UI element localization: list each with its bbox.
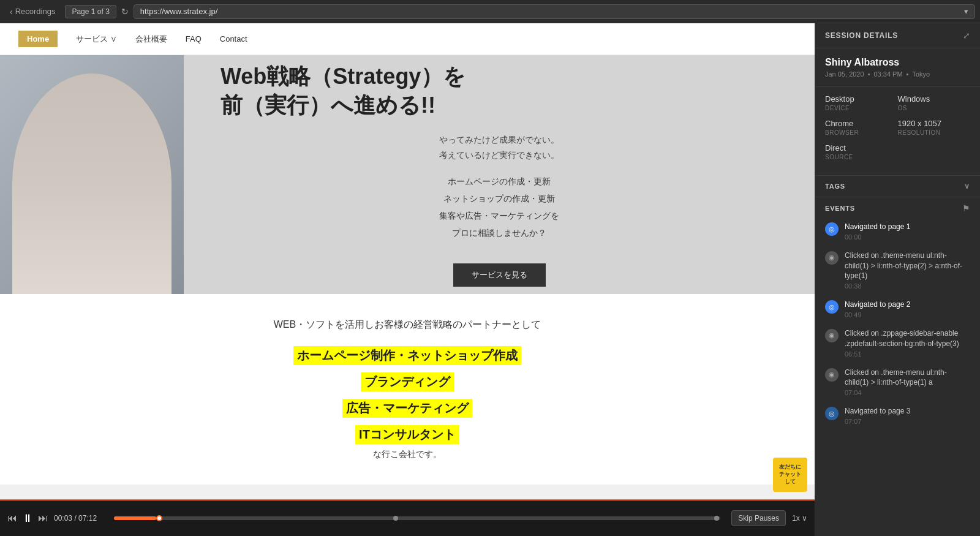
detail-resolution-label: RESOLUTION xyxy=(898,129,971,136)
detail-browser-value: Chrome xyxy=(825,119,898,128)
website-frame: Home サービス ∨ 会社概要 FAQ Contact Web戦略（Strat… xyxy=(0,23,815,499)
event-time-click1: 00:38 xyxy=(845,282,970,290)
url-dropdown-icon[interactable]: ▾ xyxy=(964,7,968,16)
url-bar[interactable]: https://www.stratex.jp/ ▾ xyxy=(134,4,975,19)
event-time-click2: 06:51 xyxy=(845,350,970,358)
playback-controls: ⏮ ⏸ ⏭ xyxy=(7,512,48,525)
event-title-click3: Clicked on .theme-menu ul:nth-child(1) >… xyxy=(845,368,970,388)
event-content-click2: Clicked on .zppage-sidebar-enable .zpdef… xyxy=(845,328,970,358)
tags-header[interactable]: TAGS ∨ xyxy=(825,182,970,191)
session-info: Shiny Albatross Jan 05, 2020 • 03:34 PM … xyxy=(815,48,980,87)
nav-home[interactable]: Home xyxy=(18,31,58,47)
time-display: 00:03 / 07:12 xyxy=(54,514,103,523)
event-item-click1[interactable]: ◉ Clicked on .theme-menu ul:nth-child(1)… xyxy=(825,251,970,290)
timeline-dot-2 xyxy=(714,516,719,521)
event-time-click3: 07:04 xyxy=(845,389,970,396)
event-item-nav3[interactable]: ◎ Navigated to page 3 07:07 xyxy=(825,406,970,425)
timeline-dot-1 xyxy=(393,516,398,521)
tags-label: TAGS xyxy=(825,183,845,190)
event-content-click3: Clicked on .theme-menu ul:nth-child(1) >… xyxy=(845,368,970,397)
nav-about[interactable]: 会社概要 xyxy=(135,34,167,45)
refresh-icon[interactable]: ↻ xyxy=(121,7,129,17)
event-time-nav1: 00:00 xyxy=(845,233,970,241)
right-sidebar: SESSION DETAILS ⤢ Shiny Albatross Jan 05… xyxy=(815,23,980,536)
lower-subtitle: WEB・ソフトを活用しお客様の経営戦略のパートナーとして xyxy=(12,319,802,331)
speed-button[interactable]: 1x ∨ xyxy=(792,514,807,523)
recording-viewport: Home サービス ∨ 会社概要 FAQ Contact Web戦略（Strat… xyxy=(0,23,815,499)
recording-area: Home サービス ∨ 会社概要 FAQ Contact Web戦略（Strat… xyxy=(0,23,815,536)
meta-dot2: • xyxy=(907,70,909,78)
hero-list-item3: 集客や広告・マーケティングを xyxy=(221,207,778,224)
hero-title: Web戦略（Strategy）を 前（実行）へ進める!! xyxy=(221,62,778,120)
detail-os: Windows OS xyxy=(898,94,971,111)
event-icon-nav2: ◎ xyxy=(825,300,839,314)
next-button[interactable]: ⏭ xyxy=(38,513,48,524)
events-filter-icon[interactable]: ⚑ xyxy=(962,203,970,213)
event-icon-click1: ◉ xyxy=(825,251,839,265)
session-location: Tokyo xyxy=(912,70,930,78)
detail-os-value: Windows xyxy=(898,94,971,104)
lower-item1: ホームページ制作・ネットショップ作成 xyxy=(293,346,521,365)
detail-resolution: 1920 x 1057 RESOLUTION xyxy=(898,119,971,136)
detail-resolution-value: 1920 x 1057 xyxy=(898,119,971,128)
event-icon-nav3: ◎ xyxy=(825,407,839,420)
back-label: Recordings xyxy=(15,7,56,16)
hero-text-block: Web戦略（Strategy）を 前（実行）へ進める!! やってみたけど成果がで… xyxy=(184,55,815,294)
event-icon-nav1: ◎ xyxy=(825,222,839,236)
hero-cta-button[interactable]: サービスを見る xyxy=(453,263,546,287)
event-title-nav3: Navigated to page 3 xyxy=(845,406,970,417)
top-bar: ‹ Recordings Page 1 of 3 ↻ https://www.s… xyxy=(0,0,980,23)
nav-services[interactable]: サービス ∨ xyxy=(76,34,117,45)
detail-device-label: DEVICE xyxy=(825,105,898,111)
hero-title-line2: 前（実行）へ進める!! xyxy=(221,92,435,118)
events-section: EVENTS ⚑ ◎ Navigated to page 1 00:00 ◉ C… xyxy=(815,197,980,536)
lower-item2: ブランディング xyxy=(361,372,454,391)
lower-item4: ITコンサルタント xyxy=(355,425,459,444)
detail-device-value: Desktop xyxy=(825,94,898,104)
event-item-nav1[interactable]: ◎ Navigated to page 1 00:00 xyxy=(825,222,970,241)
chevron-left-icon: ‹ xyxy=(10,7,13,17)
event-icon-click3: ◉ xyxy=(825,368,839,382)
hero-list-item2: ネットショップの作成・更新 xyxy=(221,190,778,207)
nav-faq[interactable]: FAQ xyxy=(186,34,202,43)
page-indicator: Page 1 of 3 xyxy=(65,5,116,18)
detail-os-label: OS xyxy=(898,105,971,111)
event-item-nav2[interactable]: ◎ Navigated to page 2 00:49 xyxy=(825,300,970,319)
play-pause-button[interactable]: ⏸ xyxy=(22,512,33,525)
hero-image xyxy=(0,55,184,294)
event-time-nav2: 00:49 xyxy=(845,311,970,319)
event-title-click2: Clicked on .zppage-sidebar-enable .zpdef… xyxy=(845,328,970,349)
detail-source-label: SOURCE xyxy=(825,154,898,160)
session-meta: Jan 05, 2020 • 03:34 PM • Tokyo xyxy=(825,70,970,78)
session-name: Shiny Albatross xyxy=(825,57,970,68)
current-time: 00:03 xyxy=(54,514,72,523)
event-title-nav1: Navigated to page 1 xyxy=(845,222,970,232)
main-area: Home サービス ∨ 会社概要 FAQ Contact Web戦略（Strat… xyxy=(0,23,980,536)
detail-browser: Chrome BROWSER xyxy=(825,119,898,136)
event-content-nav1: Navigated to page 1 00:00 xyxy=(845,222,970,241)
event-content-nav3: Navigated to page 3 07:07 xyxy=(845,406,970,425)
nav-contact[interactable]: Contact xyxy=(220,34,247,43)
event-item-click2[interactable]: ◉ Clicked on .zppage-sidebar-enable .zpd… xyxy=(825,328,970,358)
skip-pauses-button[interactable]: Skip Pauses xyxy=(731,510,786,526)
tags-chevron-icon: ∨ xyxy=(964,182,970,191)
hero-subtitle: やってみたけど成果がでない。 考えているけど実行できない。 xyxy=(221,132,778,163)
events-list: ◎ Navigated to page 1 00:00 ◉ Clicked on… xyxy=(825,222,970,425)
hero-person-silhouette xyxy=(12,74,172,294)
events-header: EVENTS ⚑ xyxy=(825,203,970,213)
total-time: 07:12 xyxy=(78,514,97,523)
timeline-playhead[interactable] xyxy=(156,515,162,521)
event-item-click3[interactable]: ◉ Clicked on .theme-menu ul:nth-child(1)… xyxy=(825,368,970,397)
prev-button[interactable]: ⏮ xyxy=(7,513,17,524)
chat-widget[interactable]: 友だちに チャット して xyxy=(773,458,807,492)
meta-dot1: • xyxy=(868,70,870,78)
session-close-icon[interactable]: ⤢ xyxy=(963,31,970,40)
session-details-grid: Desktop DEVICE Windows OS Chrome BROWSER… xyxy=(815,87,980,176)
chat-widget-label: 友だちに チャット して xyxy=(779,464,801,485)
hero-subtitle-line1: やってみたけど成果がでない。 xyxy=(439,135,559,145)
back-button[interactable]: ‹ Recordings xyxy=(5,4,60,19)
lower-item3: 広告・マーケティング xyxy=(342,399,472,418)
events-label: EVENTS xyxy=(825,205,855,212)
url-text: https://www.stratex.jp/ xyxy=(140,7,217,16)
timeline-track[interactable] xyxy=(114,516,720,520)
